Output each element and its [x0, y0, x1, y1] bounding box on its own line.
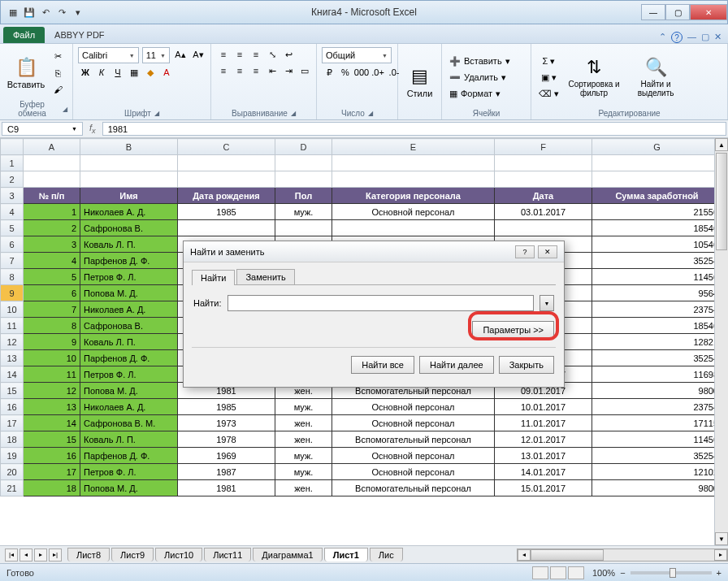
cell[interactable]: 14: [24, 415, 80, 431]
table-header[interactable]: Дата рождения: [178, 188, 275, 204]
cell[interactable]: 21556: [592, 204, 722, 220]
row-header-11[interactable]: 11: [1, 318, 24, 334]
cell[interactable]: 12.01.2017: [495, 431, 592, 448]
alignment-dialog-icon[interactable]: ◢: [291, 110, 296, 117]
cell[interactable]: [275, 220, 332, 236]
sheet-tab-Лис[interactable]: Лис: [370, 548, 403, 561]
cell[interactable]: [275, 171, 332, 188]
merge-icon[interactable]: ▭: [297, 63, 312, 78]
row-header-17[interactable]: 17: [1, 415, 24, 431]
font-dialog-icon[interactable]: ◢: [154, 110, 159, 117]
cell[interactable]: 9: [24, 334, 80, 350]
styles-button[interactable]: ▤ Стили: [403, 47, 436, 116]
cell[interactable]: Основной персонал: [332, 464, 495, 480]
cell[interactable]: Основной персонал: [332, 204, 495, 220]
zoom-in-icon[interactable]: +: [717, 568, 722, 578]
cell[interactable]: 10546: [592, 236, 722, 253]
zoom-level[interactable]: 100%: [592, 568, 615, 578]
find-input[interactable]: [228, 295, 534, 311]
cell[interactable]: 11.01.2017: [495, 415, 592, 431]
row-header-4[interactable]: 4: [1, 204, 24, 220]
cell[interactable]: Николаев А. Д.: [80, 399, 178, 415]
doc-close-icon[interactable]: ✕: [714, 32, 722, 43]
cell[interactable]: Парфенов Д. Ф.: [80, 253, 178, 269]
align-bottom-icon[interactable]: ≡: [249, 47, 263, 62]
cell[interactable]: 12102: [592, 464, 722, 480]
cell[interactable]: [178, 171, 275, 188]
view-pagebreak-icon[interactable]: [568, 566, 584, 579]
cell[interactable]: 12821: [592, 334, 722, 350]
view-normal-icon[interactable]: [532, 566, 548, 579]
row-header-6[interactable]: 6: [1, 236, 24, 253]
scroll-down-icon[interactable]: ▼: [715, 532, 728, 545]
cell[interactable]: 11: [24, 366, 80, 383]
zoom-out-icon[interactable]: −: [620, 568, 625, 578]
row-header-3[interactable]: 3: [1, 188, 24, 204]
dialog-help-icon[interactable]: ?: [515, 245, 535, 258]
format-cells-button[interactable]: ▦Формат ▾: [447, 86, 526, 101]
close-dialog-button[interactable]: Закрыть: [499, 356, 554, 374]
cell[interactable]: 17115: [592, 415, 722, 431]
file-tab[interactable]: Файл: [3, 27, 45, 43]
table-header[interactable]: Дата: [495, 188, 592, 204]
undo-icon[interactable]: ↶: [38, 5, 53, 20]
dialog-tab-Найти[interactable]: Найти: [192, 270, 235, 285]
cell[interactable]: Основной персонал: [332, 399, 495, 415]
fx-icon[interactable]: fx: [89, 123, 96, 135]
help-icon[interactable]: ?: [671, 32, 682, 43]
paste-button[interactable]: 📋 Вставить: [5, 47, 47, 98]
row-header-9[interactable]: 9: [1, 285, 24, 301]
cell[interactable]: [24, 171, 80, 188]
cell[interactable]: 7: [24, 301, 80, 318]
scroll-right-icon[interactable]: ▸: [714, 549, 727, 561]
cell[interactable]: 35254: [592, 350, 722, 366]
cell[interactable]: 1987: [178, 464, 275, 480]
cell[interactable]: [24, 155, 80, 171]
cell[interactable]: Вспомогательный персонал: [332, 480, 495, 496]
fill-color-icon[interactable]: ◆: [143, 65, 158, 80]
cell[interactable]: Николаев А. Д.: [80, 204, 178, 220]
save-icon[interactable]: 💾: [22, 5, 37, 20]
cell[interactable]: 6: [24, 285, 80, 301]
cell[interactable]: 9800: [592, 383, 722, 399]
cell[interactable]: 15.01.2017: [495, 480, 592, 496]
cell[interactable]: 14.01.2017: [495, 464, 592, 480]
align-center-icon[interactable]: ≡: [232, 63, 247, 78]
cell[interactable]: 18546: [592, 220, 722, 236]
sheet-tab-Лист10[interactable]: Лист10: [155, 548, 202, 561]
cell[interactable]: 17: [24, 464, 80, 480]
cell[interactable]: 12: [24, 383, 80, 399]
cell[interactable]: [592, 171, 722, 188]
cell[interactable]: 35254: [592, 448, 722, 464]
grow-font-icon[interactable]: A▴: [173, 47, 188, 62]
col-header-C[interactable]: C: [178, 139, 275, 155]
cell[interactable]: Петров Ф. Л.: [80, 366, 178, 383]
cell[interactable]: Сафронова В.: [80, 220, 178, 236]
cell[interactable]: Парфенов Д. Ф.: [80, 350, 178, 366]
align-left-icon[interactable]: ≡: [216, 63, 231, 78]
autosum-icon[interactable]: Σ ▾: [536, 54, 561, 68]
cell[interactable]: Сафронова В.: [80, 318, 178, 334]
cell[interactable]: 9800: [592, 480, 722, 496]
format-painter-icon[interactable]: 🖌: [50, 82, 65, 97]
dialog-titlebar[interactable]: Найти и заменить ? ✕: [184, 241, 564, 262]
row-header-19[interactable]: 19: [1, 448, 24, 464]
cell[interactable]: 1: [24, 204, 80, 220]
excel-icon[interactable]: ▦: [6, 5, 20, 20]
row-header-20[interactable]: 20: [1, 464, 24, 480]
scroll-up-icon[interactable]: ▲: [715, 138, 728, 151]
cell[interactable]: 11456: [592, 431, 722, 448]
doc-minimize-icon[interactable]: —: [687, 32, 696, 43]
cell[interactable]: 15: [24, 431, 80, 448]
comma-icon[interactable]: 000: [354, 65, 369, 80]
copy-icon[interactable]: ⎘: [50, 66, 65, 80]
sheet-tab-Диаграмма1[interactable]: Диаграмма1: [253, 548, 322, 561]
col-header-D[interactable]: D: [275, 139, 332, 155]
cell[interactable]: [332, 171, 495, 188]
scrollbar-vertical[interactable]: ▲ ▼: [714, 138, 728, 545]
row-header-16[interactable]: 16: [1, 399, 24, 415]
cell[interactable]: 4: [24, 253, 80, 269]
indent-dec-icon[interactable]: ⇤: [265, 63, 280, 78]
sheet-tab-Лист8[interactable]: Лист8: [67, 548, 110, 561]
col-header-G[interactable]: G: [592, 139, 722, 155]
